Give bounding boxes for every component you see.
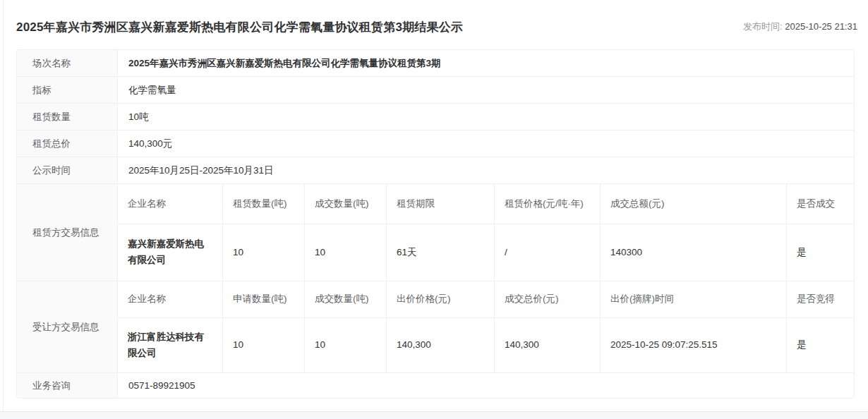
cell-company-name: 浙江富胜达科技有限公司 bbox=[118, 318, 223, 372]
col-header: 是否竞得 bbox=[787, 281, 854, 317]
col-header: 成交总额(元) bbox=[601, 184, 787, 224]
row-label: 租赁总价 bbox=[17, 130, 118, 157]
col-header: 租赁数量(吨) bbox=[223, 184, 305, 224]
col-header: 出价价格(元) bbox=[387, 281, 495, 317]
transferee-data-row: 浙江富胜达科技有限公司 10 10 140,300 140,300 2025-1… bbox=[118, 318, 854, 372]
announcement-page: 2025年嘉兴市秀洲区嘉兴新嘉爱斯热电有限公司化学需氧量协议租赁第3期结果公示 … bbox=[0, 0, 868, 419]
cell-value: 10 bbox=[223, 224, 305, 281]
col-header: 租赁期限 bbox=[387, 184, 495, 224]
row-label: 受让方交易信息 bbox=[17, 281, 118, 372]
page-left-border bbox=[3, 0, 4, 419]
transferee-nested-table: 企业名称 申请数量(吨) 成交数量(吨) 出价价格(元) 成交总价(元) 出价(… bbox=[118, 281, 854, 372]
lessor-data-row: 嘉兴新嘉爱斯热电有限公司 10 10 61天 / 140300 是 bbox=[118, 224, 854, 281]
row-label: 租赁数量 bbox=[17, 104, 118, 130]
row-label: 业务咨询 bbox=[17, 373, 118, 398]
col-header: 租赁价格(元/吨·年) bbox=[495, 184, 601, 224]
row-value: 化学需氧量 bbox=[118, 77, 854, 103]
page-title: 2025年嘉兴市秀洲区嘉兴新嘉爱斯热电有限公司化学需氧量协议租赁第3期结果公示 bbox=[16, 19, 463, 35]
row-label: 指标 bbox=[17, 77, 118, 103]
cell-value: 10 bbox=[305, 318, 387, 372]
lessor-header-row: 企业名称 租赁数量(吨) 成交数量(吨) 租赁期限 租赁价格(元/吨·年) 成交… bbox=[118, 184, 854, 224]
result-table: 场次名称 2025年嘉兴市秀洲区嘉兴新嘉爱斯热电有限公司化学需氧量协议租赁第3期… bbox=[16, 49, 855, 399]
page-footer-band bbox=[0, 411, 868, 419]
cell-value: 是 bbox=[787, 224, 854, 281]
cell-value: 10 bbox=[305, 224, 387, 281]
col-header: 成交数量(吨) bbox=[305, 281, 387, 317]
table-row-lessor-info: 租赁方交易信息 企业名称 租赁数量(吨) 成交数量(吨) 租赁期限 租赁价格(元… bbox=[17, 184, 854, 281]
table-row-session-name: 场次名称 2025年嘉兴市秀洲区嘉兴新嘉爱斯热电有限公司化学需氧量协议租赁第3期 bbox=[17, 50, 854, 77]
row-label: 公示时间 bbox=[17, 157, 118, 183]
lessor-nested-table: 企业名称 租赁数量(吨) 成交数量(吨) 租赁期限 租赁价格(元/吨·年) 成交… bbox=[118, 184, 854, 281]
row-label: 场次名称 bbox=[17, 50, 118, 76]
row-value: 2025年10月25日-2025年10月31日 bbox=[118, 157, 854, 183]
cell-value: 140,300 bbox=[387, 318, 495, 372]
col-header: 申请数量(吨) bbox=[223, 281, 305, 317]
cell-company-name: 嘉兴新嘉爱斯热电有限公司 bbox=[118, 224, 223, 281]
col-header: 是否成交 bbox=[787, 184, 854, 224]
row-value: 2025年嘉兴市秀洲区嘉兴新嘉爱斯热电有限公司化学需氧量协议租赁第3期 bbox=[118, 50, 854, 76]
cell-value: 是 bbox=[787, 318, 854, 372]
row-value: 140,300元 bbox=[118, 130, 854, 157]
col-header: 企业名称 bbox=[118, 184, 223, 224]
transferee-header-row: 企业名称 申请数量(吨) 成交数量(吨) 出价价格(元) 成交总价(元) 出价(… bbox=[118, 281, 854, 318]
row-label: 租赁方交易信息 bbox=[17, 184, 118, 281]
cell-value: 2025-10-25 09:07:25.515 bbox=[601, 318, 787, 372]
table-row-indicator: 指标 化学需氧量 bbox=[17, 77, 854, 104]
publish-time-value: 2025-10-25 21:31 bbox=[785, 21, 857, 32]
col-header: 成交总价(元) bbox=[495, 281, 601, 317]
cell-value: 140,300 bbox=[495, 318, 601, 372]
cell-value: 10 bbox=[223, 318, 305, 372]
col-header: 成交数量(吨) bbox=[305, 184, 387, 224]
cell-value: 61天 bbox=[387, 224, 495, 281]
consult-phone-number: 0571-89921905 bbox=[118, 373, 854, 398]
table-row-transferee-info: 受让方交易信息 企业名称 申请数量(吨) 成交数量(吨) 出价价格(元) 成交总… bbox=[17, 281, 854, 373]
page-header: 2025年嘉兴市秀洲区嘉兴新嘉爱斯热电有限公司化学需氧量协议租赁第3期结果公示 … bbox=[16, 0, 857, 49]
table-row-publicity-period: 公示时间 2025年10月25日-2025年10月31日 bbox=[17, 157, 854, 184]
cell-value: 140300 bbox=[601, 224, 787, 281]
row-value: 10吨 bbox=[118, 104, 854, 130]
table-row-business-consult: 业务咨询 0571-89921905 bbox=[17, 373, 854, 398]
publish-time: 发布时间: 2025-10-25 21:31 bbox=[743, 20, 857, 33]
cell-value: / bbox=[495, 224, 601, 281]
publish-time-label: 发布时间: bbox=[743, 21, 783, 32]
table-row-lease-total-price: 租赁总价 140,300元 bbox=[17, 130, 854, 157]
col-header: 企业名称 bbox=[118, 281, 223, 317]
table-row-lease-quantity: 租赁数量 10吨 bbox=[17, 104, 854, 130]
col-header: 出价(摘牌)时间 bbox=[601, 281, 787, 317]
